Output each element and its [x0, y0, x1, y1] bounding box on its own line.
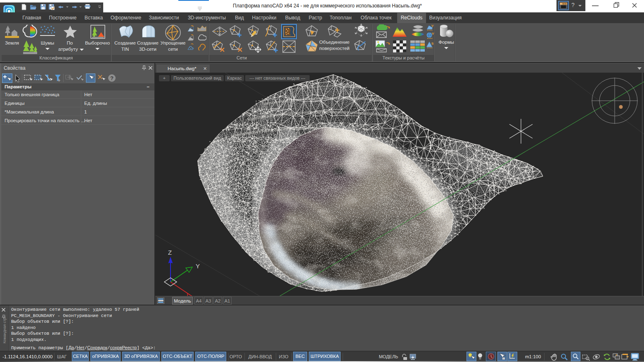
svg-text:?: ?: [110, 75, 114, 81]
svg-text:Y: Y: [196, 263, 200, 270]
svg-text:V: V: [432, 32, 434, 35]
svg-text:S: S: [431, 42, 434, 45]
svg-text:V: V: [431, 24, 434, 28]
svg-text:Z: Z: [168, 249, 172, 256]
